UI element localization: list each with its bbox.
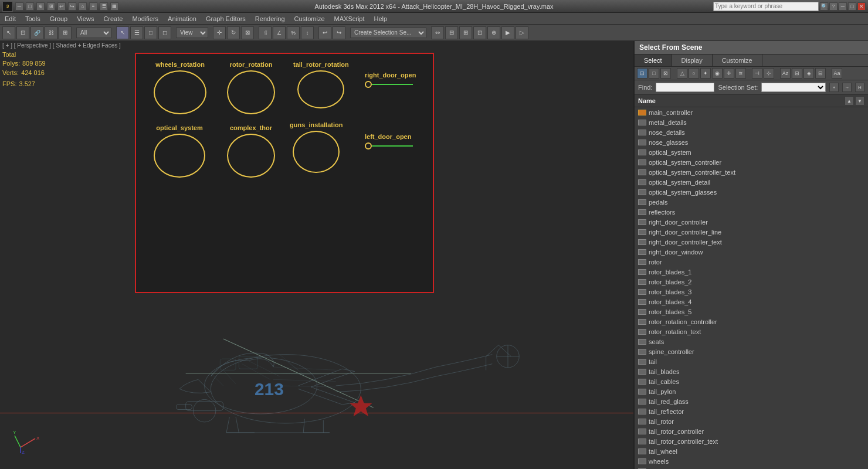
toolbar-icon-2[interactable]: ⊞ [47,2,55,11]
list-item[interactable]: reflectors [635,207,868,217]
menu-tools[interactable]: Tools [21,13,45,24]
list-item[interactable]: tail_reflector [635,406,868,416]
select-object[interactable]: ↖ [116,26,129,39]
object-list[interactable]: main_controllermetal_detailsnose_details… [635,107,868,469]
list-item[interactable]: wheels_rotation_controller [635,466,868,469]
list-item[interactable]: tail_red_glass [635,396,868,406]
list-item[interactable]: right_door_controller_text [635,237,868,247]
list-item[interactable]: tail_rotor [635,416,868,426]
list-item[interactable]: optical_system_controller_text [635,167,868,177]
unlink-tool[interactable]: ⛓ [45,26,57,39]
toolbar-icon-6[interactable]: ≡ [89,2,97,11]
selection-set-dropdown[interactable] [761,83,826,92]
snap-toggle[interactable]: ⧛ [259,26,272,39]
create-selection-set[interactable]: Create Selection Se... [350,28,426,38]
list-item[interactable]: tail_wheel [635,446,868,456]
viewport-area[interactable]: [ + ] [ Perspective ] [ Shaded + Edged F… [0,41,633,469]
minimize-btn[interactable]: ─ [15,2,23,11]
rpanel-highlight[interactable]: H [855,83,864,92]
rpanel-load-set[interactable]: → [842,83,852,92]
rpanel-icon-case-sensitive[interactable]: Aa [832,68,842,79]
find-input[interactable] [656,83,714,92]
list-item[interactable]: rotor_rotation_controller [635,317,868,327]
rpanel-icon-light[interactable]: ✦ [700,68,711,79]
link-tool[interactable]: 🔗 [30,26,43,39]
list-item[interactable]: tail_blades [635,366,868,376]
select-region-type[interactable]: ◻ [158,26,171,39]
layer-manager[interactable]: ⊞ [459,26,472,39]
rpanel-icon-particle[interactable]: ⊹ [764,68,774,79]
list-item[interactable]: tail_rotor_controller [635,426,868,436]
render-btn[interactable]: ▷ [516,26,528,39]
rpanel-icon-sort-alpha[interactable]: Az [780,68,791,79]
list-item[interactable]: optical_system [635,147,868,157]
view-select[interactable]: View [176,28,208,38]
select-by-name[interactable]: ☰ [130,26,143,39]
list-item[interactable]: optical_system_controller [635,157,868,167]
rpanel-icon-none[interactable]: □ [649,68,659,79]
search-icon[interactable]: 🔍 [820,2,828,11]
rpanel-icon-sort-color[interactable]: ◈ [803,68,814,79]
rpanel-icon-geo[interactable]: △ [677,68,687,79]
help-icon[interactable]: ? [829,2,838,11]
list-item[interactable]: seats [635,337,868,346]
percent-snap[interactable]: % [287,26,300,39]
menu-maxscript[interactable]: MAXScript [330,13,369,24]
list-item[interactable]: metal_details [635,117,868,127]
list-item[interactable]: rotor_blades_5 [635,307,868,317]
spinner-snap[interactable]: ↕ [301,26,314,39]
rpanel-icon-shape[interactable]: ○ [689,68,699,79]
rpanel-icon-invert[interactable]: ⊠ [660,68,671,79]
list-item[interactable]: rotor_blades_4 [635,297,868,307]
list-item[interactable]: tail [635,356,868,366]
menu-edit[interactable]: Edit [0,13,21,24]
rotate-tool[interactable]: ↻ [227,26,240,39]
tab-display[interactable]: Display [672,55,713,66]
list-item[interactable]: nose_details [635,127,868,137]
menu-graph-editors[interactable]: Graph Editors [201,13,250,24]
filter-select[interactable]: All [76,28,111,38]
menu-help[interactable]: Help [369,13,392,24]
list-item[interactable]: rotor_rotation_text [635,327,868,337]
list-item[interactable]: nose_glasses [635,137,868,147]
title-search-input[interactable] [713,2,819,11]
select-tool[interactable]: ↖ [2,26,15,39]
menu-modifiers[interactable]: Modifiers [127,13,163,24]
menu-create[interactable]: Create [99,13,127,24]
menu-group[interactable]: Group [45,13,73,24]
menu-views[interactable]: Views [72,13,99,24]
toolbar-icon-5[interactable]: ⌂ [79,2,87,11]
toolbar-icon-8[interactable]: ▦ [110,2,118,11]
rpanel-icon-spacewarp[interactable]: ≋ [735,68,746,79]
material-editor[interactable]: ⊕ [487,26,500,39]
toolbar-icon-1[interactable]: ⊕ [36,2,45,11]
rpanel-icon-bone[interactable]: ⊣ [752,68,762,79]
rpanel-icon-select-all[interactable]: ⊡ [637,68,647,79]
rpanel-icon-helper[interactable]: ✛ [724,68,734,79]
tab-select[interactable]: Select [635,55,672,66]
restore-window-btn[interactable]: □ [848,2,856,11]
list-item[interactable]: right_door_window [635,247,868,257]
move-tool[interactable]: ✛ [213,26,226,39]
rect-select[interactable]: □ [144,26,157,39]
menu-animation[interactable]: Animation [163,13,201,24]
bind-to-space[interactable]: ⊞ [59,26,72,39]
tab-customize[interactable]: Customize [713,55,762,66]
list-item[interactable]: tail_rotor_controller_text [635,436,868,446]
list-item[interactable]: tail_pylon [635,386,868,396]
list-item[interactable]: optical_system_glasses [635,187,868,197]
toolbar-icon-4[interactable]: ↪ [68,2,76,11]
restore-btn[interactable]: □ [26,2,34,11]
minimize-window-btn[interactable]: ─ [839,2,847,11]
list-item[interactable]: rotor [635,257,868,267]
list-item[interactable]: rotor_blades_2 [635,277,868,287]
list-item[interactable]: rotor_blades_3 [635,287,868,297]
select-region[interactable]: ⊡ [16,26,29,39]
toolbar-icon-3[interactable]: ↩ [57,2,66,11]
align-tool[interactable]: ⊟ [445,26,458,39]
list-item[interactable]: right_door_controller_line [635,227,868,237]
list-item[interactable]: right_door_controller [635,217,868,227]
list-item[interactable]: pedals [635,197,868,207]
rpanel-icon-sort-type[interactable]: ⊟ [792,68,802,79]
rpanel-icon-sort-size[interactable]: ⊟ [815,68,826,79]
